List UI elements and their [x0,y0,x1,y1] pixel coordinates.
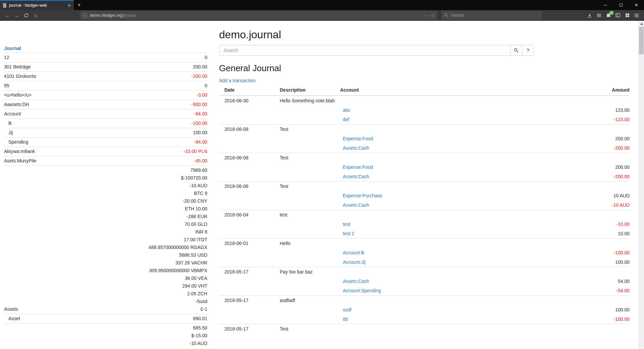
menu-button[interactable] [632,11,641,20]
balance-amount: -500.00 [192,101,207,108]
posting-amount: 123.00 [556,107,630,113]
posting-account-link[interactable]: Assets:Cash [343,279,369,284]
balance-amount: 0 [205,54,207,61]
posting-account-link[interactable]: ssdf [343,307,352,312]
posting-account-link[interactable]: def [343,117,349,122]
sidebar-toggle-button[interactable] [613,11,623,20]
sidebar-account-row: Jij100.00 [4,128,207,137]
browser-tab[interactable]: journal - hledger-web ✕ [0,0,74,10]
posting-account-link[interactable]: test [343,221,351,227]
ghostery-extension-button[interactable]: 0 [604,11,613,20]
sidebar-account-balance: 200.00 [193,63,207,71]
posting-account-cell: Expense:Purchase [340,193,556,198]
posting-account-link[interactable]: test 2 [343,231,354,236]
posting-account-cell: Expense:Food [340,136,556,141]
balance-amount: 70.00 GLD [149,220,207,228]
posting-account-link[interactable]: Account:Spending [343,288,381,293]
sidebar-journal-link[interactable]: Journal [4,44,207,53]
close-window-button[interactable]: ✕ [629,0,644,10]
posting-row: test-10.00 [219,219,630,229]
transaction-description: Test [280,326,340,332]
sidebar-account-balance: 0 [205,54,207,61]
page-actions-icon[interactable]: ⋯ [423,13,428,18]
balance-amount: -10 AUD [183,340,207,347]
sidebar-account-link[interactable]: Cash [4,347,183,349]
posting-account-link[interactable]: Assets:Cash [343,145,369,151]
balance-amount: -10 AUD [149,182,207,190]
back-button[interactable]: ← [3,11,12,20]
balance-amount: -30.00 USD [183,347,207,349]
journal-search-button[interactable] [510,45,522,56]
balance-amount: 36.00 VEA [149,275,207,282]
posting-account-cell: Account:Jij [340,259,556,265]
scrollbar-thumb[interactable] [639,27,644,54]
posting-row: Expense:Food200.00 [219,162,630,172]
minimize-button[interactable] [598,0,613,10]
sidebar-account-row: 301 Beiträge200.00 [4,62,207,71]
posting-account-cell: def [340,117,556,122]
sidebar-account-link[interactable]: 95 [4,82,205,90]
posting-account-link[interactable]: tttt [343,316,348,322]
sidebar-account-link[interactable]: Account [4,110,194,118]
posting-account-link[interactable]: Account:lk [343,250,365,255]
reload-button[interactable] [21,11,31,20]
library-button[interactable] [594,11,604,20]
tab-title: journal - hledger-web [9,3,65,8]
balance-amount: -3.00 [197,91,207,99]
posting-account-cell: test 2 [340,231,556,236]
posting-account-link[interactable]: Expense:Food [343,164,373,170]
add-transaction-link[interactable]: Add a transaction [219,78,256,83]
sidebar-account-row: 4101 Girokonto-200.00 [4,71,207,81]
posting-amount: 54.00 [556,279,630,284]
sidebar: Journal 120301 Beiträge200.004101 Giroko… [4,44,207,349]
site-info-icon[interactable]: i [83,13,87,18]
home-button[interactable]: ⌂ [31,11,40,20]
sidebar-account-link[interactable]: Aktywa:mBank [4,148,183,155]
posting-account-link[interactable]: Expense:Food [343,136,373,141]
scroll-up-arrow[interactable] [640,23,643,25]
sidebar-account-link[interactable]: Assets [4,305,149,313]
url-bar[interactable]: i demo.hledger.org/journal ⋯ ☆ [80,11,437,20]
sidebar-account-link[interactable]: Asset [4,315,193,322]
posting-row: Expense:Food200.00 [219,134,630,143]
url-text: demo.hledger.org/journal [90,13,420,18]
posting-account-link[interactable]: Assets:Cash [343,202,369,208]
restore-button[interactable] [613,0,629,10]
balance-amount: 0 [205,82,207,90]
sidebar-account-link[interactable]: Aaasets:DH [4,101,192,108]
forward-button[interactable]: → [12,11,21,20]
search-help-button[interactable]: ? [522,45,534,56]
balance-amount: -288 EUR [149,213,207,220]
grid-button[interactable] [623,11,632,20]
sidebar-account-row: Spending-94.00 [4,137,207,147]
download-button[interactable] [585,11,594,20]
balance-amount: 17.00 ITOT [149,236,207,244]
sidebar-account-link[interactable]: Jij [4,129,193,137]
posting-account-link[interactable]: Account:Jij [343,259,366,265]
sidebar-account-link[interactable]: 12 [4,54,205,61]
bookmark-star-icon[interactable]: ☆ [430,13,435,18]
posting-account-link[interactable]: abc [343,107,351,113]
sidebar-account-link[interactable]: lk [4,119,192,127]
balance-amount: -100.00 [192,119,207,127]
posting-account-link[interactable]: Expense:Purchase [343,193,382,198]
posting-row: Assets:Cash-200.00 [219,143,630,153]
balance-amount: INR 8 [149,228,207,236]
posting-row: Assets:Cash-10 AUD [219,200,630,210]
posting-row: def-123.00 [219,115,630,124]
balance-amount: -94.00 [194,138,207,146]
browser-search-field[interactable]: Search [441,11,542,20]
sidebar-account-link[interactable]: Spending [4,138,194,146]
page-scrollbar[interactable] [638,21,644,349]
sidebar-account-link[interactable]: 4101 Girokonto [4,72,192,80]
tab-close-icon[interactable]: ✕ [67,3,71,8]
sidebar-account-link[interactable]: 301 Beiträge [4,63,193,71]
sidebar-account-link[interactable]: Asets:MunyPile [4,157,194,165]
journal-search-input[interactable] [219,45,511,56]
balance-amount: 5686.53 USD [149,251,207,259]
sidebar-account-link[interactable]: <u>hello</u> [4,91,197,99]
column-account: Account [340,87,556,93]
new-tab-button[interactable]: + [74,0,85,10]
posting-account-link[interactable]: Assets:Cash [343,174,369,179]
tabbar-spacer [85,0,598,10]
